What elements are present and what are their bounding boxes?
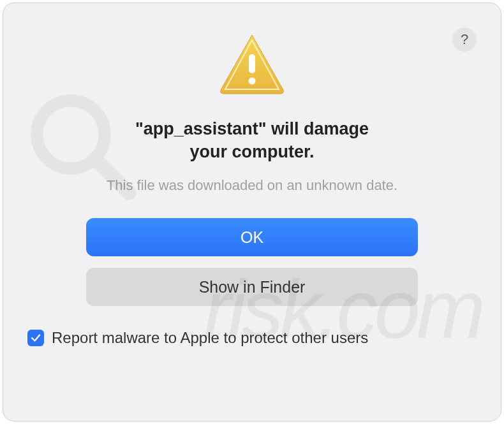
alert-title: "app_assistant" will damage your compute… [135,118,369,163]
help-icon: ? [461,31,468,48]
ok-button[interactable]: OK [86,218,418,256]
alert-title-line1: "app_assistant" will damage [135,119,369,138]
alert-subtitle: This file was downloaded on an unknown d… [107,177,397,194]
svg-point-3 [249,78,256,85]
report-malware-checkbox[interactable] [27,330,44,346]
report-malware-label: Report malware to Apple to protect other… [52,329,368,347]
alert-dialog: risk.com ? "app_assistant" will damage y… [3,3,501,421]
show-in-finder-button[interactable]: Show in Finder [86,268,418,306]
warning-icon [217,33,287,95]
checkmark-icon [30,332,41,344]
svg-rect-2 [249,54,255,73]
svg-point-0 [37,101,105,168]
alert-title-line2: your computer. [189,142,314,161]
report-malware-row: Report malware to Apple to protect other… [27,329,368,347]
help-button[interactable]: ? [452,27,477,52]
